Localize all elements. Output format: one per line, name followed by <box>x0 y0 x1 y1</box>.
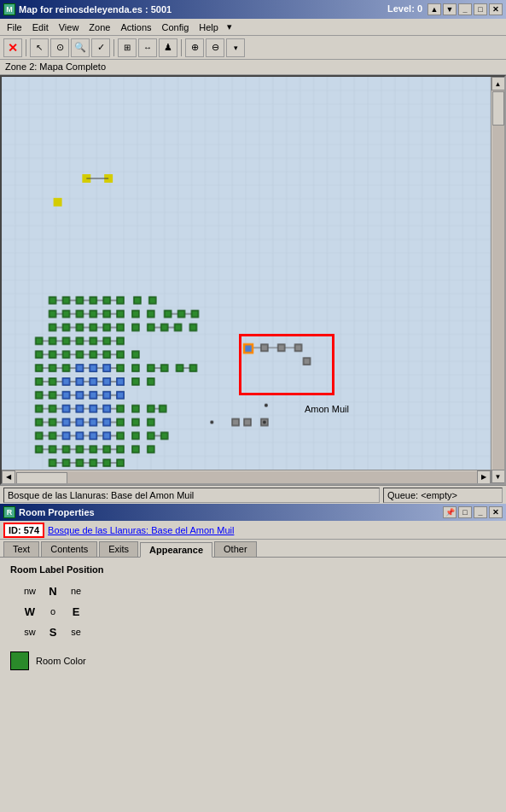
menu-actions[interactable]: Actions <box>115 20 156 34</box>
maximize-btn[interactable]: ▼ <box>443 3 457 15</box>
props-title: Room Properties <box>19 507 95 517</box>
map-container[interactable]: Amon Muil ▲ ▼ ◀ ▶ <box>0 75 506 485</box>
props-minimize-btn[interactable]: _ <box>474 506 487 518</box>
pos-o[interactable]: o <box>44 602 61 621</box>
pos-sw[interactable]: sw <box>17 622 43 641</box>
menu-file[interactable]: File <box>2 20 27 34</box>
find-rooms-btn[interactable]: ⊙ <box>50 38 69 57</box>
walk-tool-btn[interactable]: ♟ <box>159 38 177 57</box>
scroll-right-btn[interactable]: ▶ <box>477 470 491 484</box>
status-bar: Bosque de las Llanuras: Base del Amon Mu… <box>0 485 506 504</box>
close-tool-btn[interactable]: ✕ <box>3 38 22 57</box>
props-icon: R <box>3 506 15 518</box>
color-label: Room Color <box>36 656 86 666</box>
scrollbar-horizontal[interactable]: ◀ ▶ <box>2 470 491 483</box>
close-icon: ✕ <box>8 41 18 55</box>
props-pin-btn[interactable]: 📌 <box>443 506 457 518</box>
tab-appearance[interactable]: Appearance <box>140 542 212 558</box>
pos-e[interactable]: E <box>63 602 89 621</box>
zoomout-tool-btn[interactable]: ⊖ <box>206 38 224 57</box>
props-restore-btn[interactable]: □ <box>458 506 472 518</box>
label-position-grid: nw N ne W o E sw S se <box>17 581 496 641</box>
move-tool-btn[interactable]: ⊞ <box>118 38 137 57</box>
scroll-track-v[interactable] <box>492 91 504 470</box>
extra-tool-btn[interactable]: ▾ <box>226 38 245 57</box>
menu-edit[interactable]: Edit <box>27 20 54 34</box>
tabs-row: Text Contents Exits Appearance Other <box>0 540 506 558</box>
minimize-btn[interactable]: ▲ <box>427 3 441 15</box>
pos-n[interactable]: N <box>44 581 61 600</box>
label-position-section: Room Label Position <box>10 564 496 575</box>
zoom-tool-btn[interactable]: 🔍 <box>71 38 90 57</box>
scroll-thumb-v[interactable] <box>492 91 504 126</box>
pos-s[interactable]: S <box>44 622 61 641</box>
map-canvas[interactable] <box>2 77 491 470</box>
menu-view[interactable]: View <box>54 20 84 34</box>
menu-help[interactable]: Help <box>194 20 224 34</box>
props-id-bar: ID: 574 Bosque de las Llanuras: Base del… <box>0 521 506 540</box>
app-icon: M <box>3 3 15 15</box>
room-path: Bosque de las Llanuras: Base del Amon Mu… <box>48 525 234 535</box>
window-title: Map for reinosdeleyenda.es : 5001 <box>19 4 172 15</box>
scroll-up-btn[interactable]: ▲ <box>491 77 505 91</box>
id-label: ID: <box>9 525 24 535</box>
tab-text[interactable]: Text <box>3 541 39 557</box>
scroll-left-btn[interactable]: ◀ <box>2 470 15 484</box>
level-label: Level: 0 <box>387 3 422 15</box>
separator-1 <box>26 39 26 56</box>
toolbar: ✕ ↖ ⊙ 🔍 ✓ ⊞ ↔ ♟ ⊕ ⊖ ▾ <box>0 36 506 60</box>
zoomin-tool-btn[interactable]: ⊕ <box>185 38 204 57</box>
scroll-down-btn[interactable]: ▼ <box>491 470 505 483</box>
id-value: 574 <box>24 525 39 535</box>
scrollbar-vertical[interactable]: ▲ ▼ <box>491 77 504 483</box>
separator-2 <box>113 39 114 56</box>
room-color-row: Room Color <box>10 651 496 670</box>
pos-ne[interactable]: ne <box>63 581 89 600</box>
tab-contents[interactable]: Contents <box>41 541 97 557</box>
minimize-window-btn[interactable]: _ <box>458 3 472 15</box>
title-bar: M Map for reinosdeleyenda.es : 5001 Leve… <box>0 0 506 19</box>
menu-zone[interactable]: Zone <box>84 20 115 34</box>
color-swatch[interactable] <box>10 651 29 670</box>
status-location: Bosque de las Llanuras: Base del Amon Mu… <box>3 488 380 503</box>
pos-se[interactable]: se <box>63 622 89 641</box>
properties-title-bar: R Room Properties 📌 □ _ ✕ <box>0 504 506 521</box>
separator-3 <box>181 39 182 56</box>
status-queue: Queue: <empty> <box>383 488 503 503</box>
room-id-box: ID: 574 <box>3 523 44 538</box>
pos-nw[interactable]: nw <box>17 581 43 600</box>
close-window-btn[interactable]: ✕ <box>489 3 503 15</box>
menu-config[interactable]: Config <box>157 20 195 34</box>
props-content: Room Label Position nw N ne W o E sw S s… <box>0 558 506 677</box>
scroll-thumb-h[interactable] <box>16 472 67 484</box>
menu-bar: File Edit View Zone Actions Config Help … <box>0 19 506 36</box>
help-arrow: ▾ <box>227 21 232 32</box>
check-tool-btn[interactable]: ✓ <box>91 38 110 57</box>
tab-other[interactable]: Other <box>214 541 257 557</box>
room-name-link[interactable]: Base del Amon Muil <box>151 525 234 535</box>
zone-label: Zone 2: Mapa Completo <box>0 60 506 75</box>
props-close-btn[interactable]: ✕ <box>489 506 503 518</box>
pos-w[interactable]: W <box>17 602 43 621</box>
select-tool-btn[interactable]: ↖ <box>30 38 49 57</box>
amon-muil-label: Amon Muil <box>305 404 349 414</box>
restore-btn[interactable]: □ <box>474 3 487 15</box>
move2-tool-btn[interactable]: ↔ <box>138 38 157 57</box>
scroll-track-h[interactable] <box>15 471 477 483</box>
tab-exits[interactable]: Exits <box>99 541 138 557</box>
